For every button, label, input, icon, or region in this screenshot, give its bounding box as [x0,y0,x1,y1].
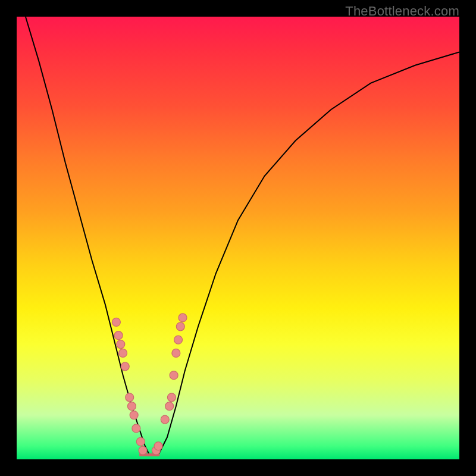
plot-background [17,17,459,459]
curve-dot [174,336,183,344]
chart-frame: TheBottleneck.com [0,0,476,476]
curve-dot [176,322,184,331]
curve-dot [161,415,169,424]
curve-dot [178,314,187,322]
curve-dot [119,349,127,357]
curve-dot [167,393,176,402]
curve-dot [139,446,147,455]
curve-dot [121,362,129,371]
curve-dot [154,442,162,450]
curve-dot [172,349,180,357]
curve-dot [152,446,160,455]
curve-dot [126,393,134,402]
curve-dot [132,424,140,433]
curve-svg [17,17,459,459]
curve-dot [170,371,178,380]
curve-dot [127,402,136,411]
curve-dot [130,411,138,419]
bottleneck-curve [26,17,459,455]
curve-dot [165,402,174,411]
curve-dots-group [112,314,187,455]
curve-dot [117,340,125,349]
curve-dot [136,437,145,446]
curve-dot [112,318,120,326]
curve-dot [114,331,123,340]
